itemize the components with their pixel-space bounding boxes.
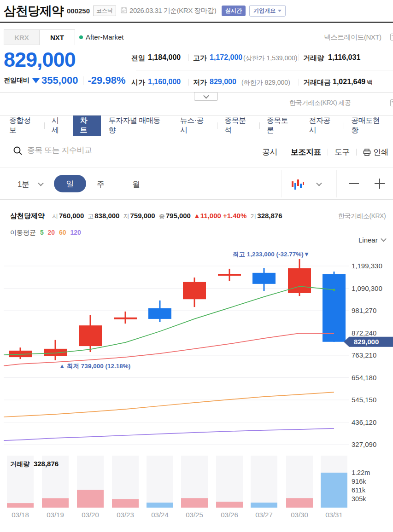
chevron-down-icon[interactable] (316, 180, 322, 186)
print-link[interactable]: 인쇄 (363, 147, 388, 157)
high-annotation: 최고 1,233,000 (-32.77%)▼ (233, 251, 310, 258)
volume-bar (216, 502, 243, 508)
divider (328, 149, 328, 156)
search-input[interactable] (26, 145, 180, 156)
volume-band (251, 456, 277, 508)
day-low-value: 829,000 (210, 78, 236, 86)
price-axis-label: 1,199,330 (352, 262, 382, 270)
divider (356, 149, 357, 156)
nav-tab-investor-trends[interactable]: 투자자별 매매동향 (101, 116, 172, 136)
price-chart-canvas[interactable]: 1,199,3301,090,300981,270872,240763,2106… (0, 249, 393, 532)
candle-body (252, 273, 276, 284)
external-link-icon[interactable] (390, 99, 393, 106)
exchange-label: 한국거래소(KRX) (338, 212, 386, 220)
nav-tab-chart[interactable]: 차트 (73, 116, 101, 136)
chevron-down-icon (203, 93, 209, 99)
scale-selector[interactable]: Linear (358, 236, 386, 244)
ma120-line (4, 428, 334, 440)
nav-tab-discussion[interactable]: 종목토론 (259, 116, 302, 136)
change-percent: -29.98% (88, 75, 126, 87)
divider (83, 76, 83, 85)
volume-bar (42, 498, 69, 508)
zoom-out-button[interactable] (346, 176, 362, 191)
legend-open: 760,000 (59, 212, 84, 220)
amount-unit: 백 (367, 79, 373, 86)
divider (188, 54, 189, 61)
volume-value: 1,116,031 (328, 53, 360, 62)
interval-day-button[interactable]: 일 (54, 175, 86, 192)
legend-change: ▲11,000 +1.40% (194, 212, 246, 220)
krx-provider-note: 한국거래소(KRX) 제공 (289, 99, 351, 107)
volume-bar (251, 503, 277, 508)
legend-high: 838,000 (94, 212, 119, 220)
divider (282, 170, 282, 197)
interval-minute-select[interactable]: 1분 (18, 179, 29, 190)
search-icon (13, 146, 23, 158)
nav-tab-news[interactable]: 뉴스·공시 (173, 116, 217, 136)
low-annotation: ▲ 최저 739,000 (12.18%) (59, 363, 130, 370)
down-arrow-icon (32, 78, 40, 83)
interval-week-button[interactable]: 주 (97, 179, 105, 190)
x-axis-label: 03/24 (151, 511, 169, 519)
x-axis-label: 03/27 (255, 511, 273, 519)
stock-code: 000250 (67, 7, 90, 15)
candle-body (183, 282, 206, 299)
divider (188, 79, 189, 86)
indicators-link[interactable]: 보조지표 (291, 147, 321, 157)
divider (299, 54, 299, 61)
candle-body (79, 325, 102, 346)
chart-toolbar: 1분 일 주 월 (0, 168, 393, 200)
open-label: 시가 (131, 78, 145, 87)
tab-krx[interactable]: KRX (4, 29, 40, 45)
company-overview-button[interactable]: 기업개요 (249, 5, 286, 17)
x-axis-label: 03/18 (12, 511, 29, 519)
disclosure-link[interactable]: 공시 (262, 147, 277, 157)
printer-icon (363, 149, 371, 156)
price-change-row: 전일대비 355,000 -29.98% (4, 75, 125, 87)
amount-label: 거래대금 (303, 78, 331, 87)
prev-close-value: 1,184,000 (148, 53, 181, 62)
x-axis-label: 03/31 (325, 511, 343, 519)
nav-tab-short-selling[interactable]: 공매도현황 (344, 116, 393, 136)
nav-tab-price[interactable]: 시세 (44, 116, 73, 136)
nav-tab-summary[interactable]: 종합정보 (2, 116, 44, 136)
tab-nxt[interactable]: NXT (39, 29, 75, 45)
nav-tab-analysis[interactable]: 종목분석 (217, 116, 259, 136)
calendar-icon (121, 7, 127, 15)
external-link-icon[interactable] (390, 34, 393, 40)
nav-tab-disclosure[interactable]: 전자공시 (302, 116, 344, 136)
tools-link[interactable]: 도구 (334, 147, 350, 157)
chart-type-candlestick-icon[interactable] (291, 178, 305, 191)
volume-bar (112, 499, 139, 508)
price-axis-label: 981,270 (352, 306, 376, 314)
candle-body (288, 268, 311, 293)
collapse-quote-button[interactable] (194, 92, 218, 101)
candle-body (114, 318, 137, 319)
day-high-value: 1,172,000 (210, 53, 242, 62)
price-axis-label: 872,240 (352, 329, 376, 337)
price-axis-label: 763,210 (352, 351, 376, 359)
x-axis-label: 03/19 (47, 511, 64, 519)
change-value: 355,000 (41, 75, 78, 87)
volume-bar (181, 498, 208, 508)
volume-band (216, 456, 243, 508)
volume-axis-label: 305k (352, 495, 366, 503)
moving-average-legend: 이동평균 5 20 60 120 (10, 229, 81, 237)
zoom-in-button[interactable] (371, 176, 388, 191)
realtime-badge: 실시간 (222, 6, 246, 16)
x-axis-label: 03/23 (117, 511, 134, 519)
prev-close-label: 전일 (131, 54, 145, 63)
ma5-endpoint (333, 289, 335, 291)
open-value: 1,160,000 (148, 78, 181, 86)
price-axis-label: 545,150 (352, 396, 376, 404)
candle-body (148, 308, 171, 319)
x-axis-label: 03/26 (221, 511, 238, 519)
chevron-down-icon[interactable] (38, 180, 44, 186)
legend-stock-name: 삼천당제약 (10, 212, 45, 220)
divider (136, 70, 393, 70)
interval-month-button[interactable]: 월 (132, 179, 140, 190)
current-price: 829,000 (4, 48, 76, 72)
stock-name: 삼천당제약 (4, 3, 64, 19)
price-axis-label: 327,090 (352, 440, 376, 448)
price-axis-label: 1,090,300 (352, 284, 382, 292)
